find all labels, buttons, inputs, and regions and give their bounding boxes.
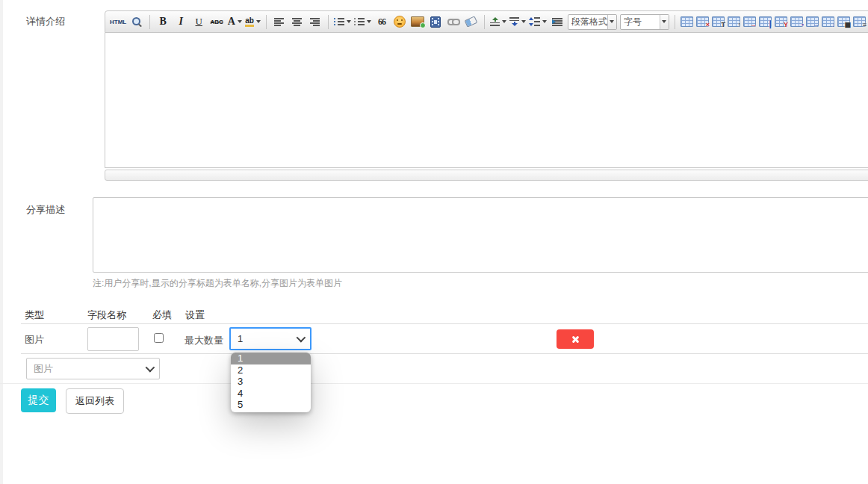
smiley-icon <box>394 16 406 28</box>
unordered-list-icon <box>354 18 365 26</box>
table-properties-icon[interactable] <box>712 16 725 27</box>
required-checkbox[interactable] <box>154 333 164 343</box>
line-height-icon <box>529 17 540 26</box>
insert-column-icon[interactable] <box>759 16 772 27</box>
align-center-button[interactable] <box>290 13 305 30</box>
highlight-color-button[interactable]: ab <box>245 13 261 30</box>
add-field-type-value: 图片 <box>34 362 53 376</box>
dropdown-option-2[interactable]: 2 <box>231 364 311 376</box>
strikethrough-button[interactable]: ABC <box>209 13 224 30</box>
insert-link-button[interactable] <box>446 13 461 30</box>
editor-toolbar: HTML B I U ABC A ab 66 <box>105 10 868 33</box>
indent-button[interactable] <box>550 13 565 30</box>
split-rows-icon[interactable] <box>853 16 866 27</box>
space-after-button[interactable] <box>509 13 526 30</box>
delete-column-icon[interactable] <box>775 16 787 27</box>
space-before-button[interactable] <box>490 13 506 30</box>
html-source-button[interactable]: HTML <box>110 13 126 30</box>
bold-button[interactable]: B <box>155 13 170 30</box>
toolbar-separator <box>328 15 329 29</box>
unordered-list-button[interactable] <box>354 13 371 30</box>
link-icon <box>447 19 459 25</box>
chevron-down-icon <box>542 20 547 23</box>
delete-row-icon[interactable] <box>743 16 756 27</box>
font-size-select[interactable]: 字号 <box>620 14 669 30</box>
page-left-edge <box>0 0 3 484</box>
line-height-button[interactable] <box>529 13 547 30</box>
blockquote-button[interactable]: 66 <box>374 13 389 30</box>
media-icon <box>430 16 441 28</box>
image-icon <box>411 16 424 27</box>
paragraph-format-select[interactable]: 段落格式 <box>568 14 617 30</box>
max-count-label: 最大数量 <box>185 334 223 347</box>
chevron-down-icon <box>502 20 506 23</box>
detail-intro-editor-body[interactable] <box>105 33 868 168</box>
align-right-button[interactable] <box>308 13 323 30</box>
chevron-down-icon <box>521 20 526 23</box>
delete-table-icon[interactable] <box>696 16 709 27</box>
select-caret <box>607 15 616 29</box>
dropdown-option-5[interactable]: 5 <box>231 399 311 411</box>
share-desc-label: 分享描述 <box>26 203 65 217</box>
indent-icon <box>552 18 562 26</box>
chevron-down-icon <box>367 20 371 23</box>
submit-button[interactable]: 提交 <box>21 388 56 412</box>
align-left-icon <box>274 18 284 26</box>
toolbar-separator <box>675 15 675 29</box>
split-cell-icon[interactable] <box>837 16 850 27</box>
share-note: 注:用户分享时,显示的分享标题为表单名称,分享图片为表单图片 <box>93 277 342 290</box>
max-count-select-value: 1 <box>238 333 243 344</box>
highlight-icon: ab <box>245 17 254 27</box>
arrow-down-lines-icon <box>509 17 519 26</box>
close-icon <box>571 335 580 344</box>
field-name-input[interactable] <box>87 327 139 351</box>
chevron-down-icon <box>347 20 351 23</box>
share-desc-textarea[interactable] <box>93 197 868 273</box>
ordered-list-button[interactable] <box>334 13 351 30</box>
merge-cell-down-icon[interactable] <box>822 16 834 27</box>
font-color-button[interactable]: A <box>227 13 242 30</box>
paragraph-format-label: 段落格式 <box>568 16 607 28</box>
dropdown-option-3[interactable]: 3 <box>231 376 311 388</box>
chevron-down-icon <box>297 333 306 343</box>
toolbar-separator <box>266 15 267 29</box>
max-count-dropdown-popup: 1 2 3 4 5 <box>231 353 311 412</box>
italic-button[interactable]: I <box>173 13 188 30</box>
col-header-type: 类型 <box>25 308 44 322</box>
form-edit-page: 详情介绍 HTML B I U ABC A ab 66 <box>0 0 868 484</box>
row-divider <box>21 353 868 354</box>
preview-button[interactable] <box>129 13 144 30</box>
insert-media-button[interactable] <box>428 13 443 30</box>
align-right-icon <box>310 18 320 26</box>
ordered-list-icon <box>334 18 344 26</box>
max-count-select[interactable]: 1 <box>229 327 311 350</box>
chevron-down-icon <box>662 20 666 23</box>
add-field-type-select[interactable]: 图片 <box>26 358 160 379</box>
section-divider <box>0 383 868 384</box>
align-left-button[interactable] <box>272 13 287 30</box>
back-to-list-button[interactable]: 返回列表 <box>66 388 124 414</box>
merge-cell-right-icon[interactable] <box>806 16 819 27</box>
col-header-required: 必填 <box>152 308 172 322</box>
toolbar-separator <box>149 15 150 29</box>
toolbar-separator <box>484 15 485 29</box>
editor-resize-bar[interactable] <box>105 170 868 181</box>
remove-format-button[interactable] <box>464 13 479 30</box>
col-header-settings: 设置 <box>185 308 205 322</box>
insert-table-icon[interactable] <box>681 16 693 27</box>
dropdown-option-4[interactable]: 4 <box>231 388 311 400</box>
arrow-up-lines-icon <box>490 17 500 26</box>
insert-row-above-icon[interactable] <box>728 16 740 27</box>
emoticon-button[interactable] <box>392 13 407 30</box>
cell-properties-icon[interactable] <box>790 16 803 27</box>
align-center-icon <box>292 18 302 26</box>
header-divider <box>21 323 868 324</box>
row-type-label: 图片 <box>25 333 44 347</box>
col-header-field-name: 字段名称 <box>87 308 126 322</box>
dropdown-option-1[interactable]: 1 <box>231 353 311 364</box>
chevron-down-icon <box>256 20 261 23</box>
detail-intro-label: 详情介绍 <box>26 15 65 28</box>
underline-button[interactable]: U <box>191 13 206 30</box>
insert-image-button[interactable] <box>410 13 425 30</box>
delete-field-button[interactable] <box>557 329 594 349</box>
